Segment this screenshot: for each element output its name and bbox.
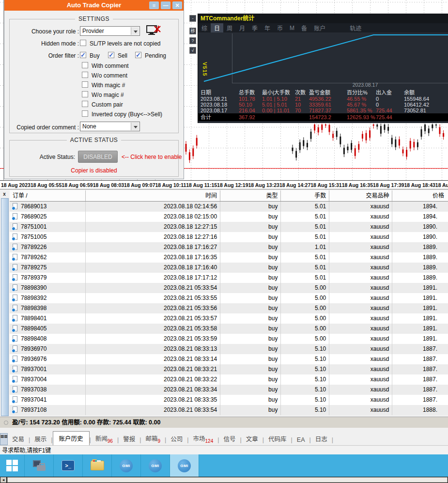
table-row[interactable]: 789370042023.08.21 08:33:22buy5.10xauusd… bbox=[10, 374, 448, 385]
role-select[interactable]: Provider bbox=[80, 26, 140, 36]
tab-公司[interactable]: 公司 bbox=[166, 433, 187, 445]
table-row[interactable]: 788984082023.08.21 05:33:59buy5.00xauusd… bbox=[10, 334, 448, 344]
stats-tab-日[interactable]: 日 bbox=[211, 23, 223, 32]
minimize-icon[interactable]: — bbox=[161, 1, 170, 9]
orders-column-header[interactable]: 价格 bbox=[392, 190, 448, 201]
tab-EA[interactable]: EA bbox=[293, 435, 309, 445]
vps-icon[interactable]: ▩▩ bbox=[0, 433, 8, 445]
copied-comment-select[interactable]: None bbox=[80, 122, 140, 131]
table-row[interactable]: 787510012023.08.18 12:27:15buy5.01xauusd… bbox=[10, 222, 448, 232]
orders-column-header[interactable]: 订单 / bbox=[10, 190, 86, 201]
table-row[interactable]: 787892622023.08.18 17:16:35buy5.01xauusd… bbox=[10, 252, 448, 263]
filter-checkbox-buy[interactable] bbox=[80, 52, 86, 58]
tab-日志[interactable]: 日志 bbox=[311, 433, 332, 445]
tab-交易[interactable]: 交易 bbox=[8, 433, 29, 445]
table-row[interactable]: 787893792023.08.18 17:17:12buy5.01xauusd… bbox=[10, 273, 448, 283]
stats-tab-周[interactable]: 周 bbox=[223, 23, 236, 32]
filter-checkbox[interactable] bbox=[82, 72, 88, 78]
orders-column-header[interactable]: 时间 bbox=[86, 190, 221, 201]
stats-tab-月[interactable]: 月 bbox=[236, 23, 248, 32]
tab-邮箱[interactable]: 邮箱9 bbox=[141, 432, 165, 446]
stats-cell bbox=[260, 113, 293, 121]
table-row[interactable]: 789370382023.08.21 08:33:34buy5.10xauusd… bbox=[10, 385, 448, 395]
stats-cell: 1.01 | 5.10 bbox=[260, 96, 293, 102]
filter-checkbox-pending[interactable] bbox=[135, 52, 141, 58]
chart-button-check[interactable]: √ bbox=[189, 47, 196, 54]
tab-警报[interactable]: 警报 bbox=[119, 433, 139, 445]
powershell-icon: >_ bbox=[62, 460, 75, 471]
table-row[interactable]: 788983922023.08.21 05:33:55buy5.00xauusd… bbox=[10, 293, 448, 303]
filter-checkbox[interactable] bbox=[82, 110, 88, 117]
filter-checkbox[interactable] bbox=[82, 81, 88, 88]
table-row[interactable]: 789370412023.08.21 08:33:35buy5.10xauusd… bbox=[10, 395, 448, 405]
taskbar-item-toolbox[interactable] bbox=[25, 454, 54, 477]
tab-代码库[interactable]: 代码库 bbox=[264, 433, 291, 445]
chart-button-collapse[interactable]: - bbox=[189, 15, 196, 22]
panel-close-icon[interactable]: x bbox=[1, 191, 7, 197]
order-cell: buy bbox=[220, 202, 281, 212]
disabled-toggle-button[interactable]: DISABLED bbox=[78, 151, 118, 163]
chart-button-move[interactable]: 移 bbox=[189, 28, 196, 34]
taskbar-item-gmi[interactable]: GMI bbox=[141, 454, 170, 477]
order-cell: 1891. bbox=[392, 293, 448, 303]
table-row[interactable]: 789369762023.08.21 08:33:14buy5.10xauusd… bbox=[10, 354, 448, 364]
start-button[interactable] bbox=[0, 454, 25, 477]
screen-share-off-icon[interactable] bbox=[146, 25, 162, 36]
chevron-down-icon[interactable] bbox=[131, 27, 139, 35]
stats-tab-币[interactable]: 币 bbox=[274, 23, 286, 32]
order-cell: xauusd bbox=[329, 222, 392, 232]
table-row[interactable]: 788984012023.08.21 05:33:57buy5.00xauusd… bbox=[10, 313, 448, 324]
filter-checkbox[interactable] bbox=[82, 91, 88, 97]
menu-list-icon[interactable]: ≡ bbox=[149, 1, 159, 9]
dialog-titlebar[interactable]: Auto Trade Copier ≡ — ✕ bbox=[4, 0, 184, 11]
active-status-label: Active Status: bbox=[8, 154, 75, 160]
close-icon[interactable]: ✕ bbox=[172, 1, 182, 9]
stats-tab-季[interactable]: 季 bbox=[248, 23, 261, 32]
table-row[interactable]: 788984052023.08.21 05:33:58buy5.00xauusd… bbox=[10, 324, 448, 334]
table-row[interactable]: 789371082023.08.21 08:33:54buy5.10xauusd… bbox=[10, 405, 448, 415]
orders-column-header[interactable]: 类型 bbox=[220, 190, 281, 201]
filter-checkbox[interactable] bbox=[82, 62, 88, 68]
stats-tab-M[interactable]: M bbox=[286, 24, 298, 32]
stats-tab-轨迹[interactable]: 轨迹 bbox=[346, 23, 365, 32]
scroll-left-icon[interactable]: ◄ bbox=[0, 477, 6, 483]
taskbar-item-gmi[interactable]: GMI bbox=[112, 454, 141, 477]
stats-tab-账户[interactable]: 账户 bbox=[310, 23, 329, 32]
tab-文章[interactable]: 文章 bbox=[242, 433, 263, 445]
tab-市场[interactable]: 市场124 bbox=[189, 432, 218, 446]
stats-tab-年[interactable]: 年 bbox=[261, 23, 274, 32]
chevron-down-icon[interactable] bbox=[131, 123, 139, 130]
table-row[interactable]: 787892262023.08.18 17:16:27buy1.01xauusd… bbox=[10, 242, 448, 252]
stats-tab-综[interactable]: 综 bbox=[198, 23, 211, 32]
chart-button-help[interactable]: ? bbox=[189, 37, 196, 44]
scrollbar-track[interactable] bbox=[7, 477, 448, 483]
tab-展示[interactable]: 展示 bbox=[30, 433, 51, 445]
table-row[interactable]: 787510052023.08.18 12:27:16buy5.01xauusd… bbox=[10, 232, 448, 242]
orders-column-header[interactable]: 手数 bbox=[281, 190, 329, 201]
table-row[interactable]: 789370012023.08.21 08:33:21buy5.10xauusd… bbox=[10, 364, 448, 374]
order-cell: 5.10 bbox=[281, 344, 329, 354]
order-doc-icon bbox=[13, 264, 17, 270]
table-row[interactable]: 786890252023.08.18 02:15:00buy5.01xauusd… bbox=[10, 212, 448, 222]
order-doc-icon bbox=[13, 234, 17, 240]
horizontal-scrollbar[interactable]: ◄ bbox=[0, 477, 448, 483]
taskbar-item-gmi[interactable]: GMI bbox=[170, 454, 199, 477]
table-row[interactable]: 786890132023.08.18 02:14:56buy5.01xauusd… bbox=[10, 202, 448, 212]
order-price: 1887. bbox=[423, 395, 445, 405]
tab-信号[interactable]: 信号 bbox=[219, 433, 240, 445]
filter-checkbox[interactable] bbox=[82, 101, 88, 107]
tab-新闻[interactable]: 新闻96 bbox=[91, 432, 117, 446]
orders-column-header[interactable]: 交易品种 bbox=[329, 190, 392, 201]
table-row[interactable]: 789369702023.08.21 08:33:13buy5.10xauusd… bbox=[10, 344, 448, 354]
taskbar-item-powershell[interactable]: >_ bbox=[54, 454, 83, 477]
filter-checkbox-sell[interactable] bbox=[108, 52, 114, 58]
stats-tab-备[interactable]: 备 bbox=[298, 23, 310, 32]
order-cell: buy bbox=[220, 273, 281, 283]
hidden-mode-checkbox[interactable] bbox=[80, 40, 86, 46]
table-row[interactable]: 787892752023.08.18 17:16:40buy5.01xauusd… bbox=[10, 263, 448, 273]
table-row[interactable]: 788983902023.08.21 05:33:54buy5.00xauusd… bbox=[10, 283, 448, 293]
taskbar-item-folder[interactable] bbox=[83, 454, 112, 477]
tab-账户历史[interactable]: 账户历史 bbox=[53, 431, 90, 445]
order-cell: 5.01 bbox=[281, 252, 329, 263]
table-row[interactable]: 788983982023.08.21 05:33:56buy5.00xauusd… bbox=[10, 303, 448, 313]
